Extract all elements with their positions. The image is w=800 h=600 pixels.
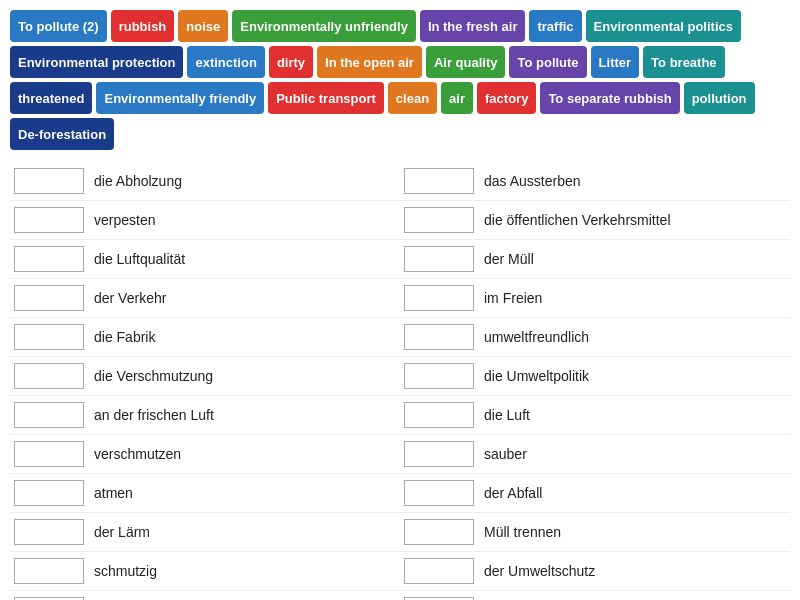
vocab-text-left-0: die Abholzung (94, 173, 182, 189)
vocab-input-right-8[interactable] (404, 480, 474, 506)
vocab-text-left-4: die Fabrik (94, 329, 155, 345)
vocab-text-left-7: verschmutzen (94, 446, 181, 462)
vocab-input-right-4[interactable] (404, 324, 474, 350)
vocab-row-left-10: schmutzig (10, 552, 400, 591)
vocab-input-right-6[interactable] (404, 402, 474, 428)
vocab-row-right-0: das Aussterben (400, 162, 790, 201)
vocab-text-left-5: die Verschmutzung (94, 368, 213, 384)
vocab-row-left-7: verschmutzen (10, 435, 400, 474)
vocab-input-right-2[interactable] (404, 246, 474, 272)
vocab-row-right-6: die Luft (400, 396, 790, 435)
vocab-row-left-1: verpesten (10, 201, 400, 240)
vocab-text-right-7: sauber (484, 446, 527, 462)
vocab-row-right-7: sauber (400, 435, 790, 474)
tag-item-11[interactable]: Air quality (426, 46, 506, 78)
vocab-text-left-8: atmen (94, 485, 133, 501)
tag-item-14[interactable]: To breathe (643, 46, 725, 78)
vocab-row-left-2: die Luftqualität (10, 240, 400, 279)
tag-item-5[interactable]: traffic (529, 10, 581, 42)
tag-item-19[interactable]: air (441, 82, 473, 114)
vocab-input-left-1[interactable] (14, 207, 84, 233)
vocab-input-right-7[interactable] (404, 441, 474, 467)
vocab-text-left-1: verpesten (94, 212, 155, 228)
vocab-text-right-10: der Umweltschutz (484, 563, 595, 579)
tag-item-17[interactable]: Public transport (268, 82, 384, 114)
tag-item-16[interactable]: Environmentally friendly (96, 82, 264, 114)
vocab-row-left-8: atmen (10, 474, 400, 513)
tag-item-18[interactable]: clean (388, 82, 437, 114)
vocab-text-left-9: der Lärm (94, 524, 150, 540)
tag-item-9[interactable]: dirty (269, 46, 313, 78)
vocab-row-left-5: die Verschmutzung (10, 357, 400, 396)
vocab-row-left-9: der Lärm (10, 513, 400, 552)
tag-item-13[interactable]: Litter (591, 46, 640, 78)
vocab-row-right-8: der Abfall (400, 474, 790, 513)
vocab-input-right-10[interactable] (404, 558, 474, 584)
vocab-text-right-9: Müll trennen (484, 524, 561, 540)
vocab-row-right-11: bedroht (400, 591, 790, 600)
tag-item-20[interactable]: factory (477, 82, 536, 114)
vocab-text-right-5: die Umweltpolitik (484, 368, 589, 384)
vocab-row-right-2: der Müll (400, 240, 790, 279)
vocab-row-left-3: der Verkehr (10, 279, 400, 318)
tag-item-10[interactable]: In the open air (317, 46, 422, 78)
vocab-input-right-0[interactable] (404, 168, 474, 194)
vocab-input-right-9[interactable] (404, 519, 474, 545)
vocab-input-left-3[interactable] (14, 285, 84, 311)
vocab-input-left-2[interactable] (14, 246, 84, 272)
tag-item-7[interactable]: Environmental protection (10, 46, 183, 78)
vocab-input-left-10[interactable] (14, 558, 84, 584)
tag-item-23[interactable]: De-forestation (10, 118, 114, 150)
vocab-row-left-6: an der frischen Luft (10, 396, 400, 435)
vocab-area: die Abholzungdas Aussterbenverpestendie … (10, 162, 790, 600)
vocab-input-left-5[interactable] (14, 363, 84, 389)
vocab-text-right-3: im Freien (484, 290, 542, 306)
vocab-row-left-11: umweltfeindlich (10, 591, 400, 600)
vocab-row-right-10: der Umweltschutz (400, 552, 790, 591)
vocab-input-right-5[interactable] (404, 363, 474, 389)
vocab-text-left-10: schmutzig (94, 563, 157, 579)
vocab-row-right-5: die Umweltpolitik (400, 357, 790, 396)
vocab-input-left-6[interactable] (14, 402, 84, 428)
vocab-text-right-8: der Abfall (484, 485, 542, 501)
vocab-text-right-6: die Luft (484, 407, 530, 423)
vocab-row-left-0: die Abholzung (10, 162, 400, 201)
tag-item-12[interactable]: To pollute (509, 46, 586, 78)
vocab-row-left-4: die Fabrik (10, 318, 400, 357)
tag-item-3[interactable]: Environmentally unfriendly (232, 10, 416, 42)
vocab-input-left-4[interactable] (14, 324, 84, 350)
tag-item-1[interactable]: rubbish (111, 10, 175, 42)
tag-item-22[interactable]: pollution (684, 82, 755, 114)
vocab-input-right-3[interactable] (404, 285, 474, 311)
vocab-row-right-1: die öffentlichen Verkehrsmittel (400, 201, 790, 240)
vocab-text-right-1: die öffentlichen Verkehrsmittel (484, 212, 671, 228)
vocab-input-left-0[interactable] (14, 168, 84, 194)
tag-item-6[interactable]: Environmental politics (586, 10, 741, 42)
vocab-row-right-3: im Freien (400, 279, 790, 318)
tag-item-0[interactable]: To pollute (2) (10, 10, 107, 42)
vocab-input-left-9[interactable] (14, 519, 84, 545)
vocab-input-left-8[interactable] (14, 480, 84, 506)
tag-item-8[interactable]: extinction (187, 46, 264, 78)
vocab-text-left-2: die Luftqualität (94, 251, 185, 267)
vocab-input-left-7[interactable] (14, 441, 84, 467)
vocab-text-right-0: das Aussterben (484, 173, 581, 189)
vocab-row-right-9: Müll trennen (400, 513, 790, 552)
vocab-row-right-4: umweltfreundlich (400, 318, 790, 357)
tag-area: To pollute (2)rubbishnoiseEnvironmentall… (10, 10, 790, 150)
vocab-text-left-3: der Verkehr (94, 290, 166, 306)
tag-item-4[interactable]: In the fresh air (420, 10, 526, 42)
tag-item-21[interactable]: To separate rubbish (540, 82, 679, 114)
vocab-text-right-4: umweltfreundlich (484, 329, 589, 345)
vocab-text-left-6: an der frischen Luft (94, 407, 214, 423)
tag-item-15[interactable]: threatened (10, 82, 92, 114)
vocab-input-right-1[interactable] (404, 207, 474, 233)
vocab-text-right-2: der Müll (484, 251, 534, 267)
tag-item-2[interactable]: noise (178, 10, 228, 42)
